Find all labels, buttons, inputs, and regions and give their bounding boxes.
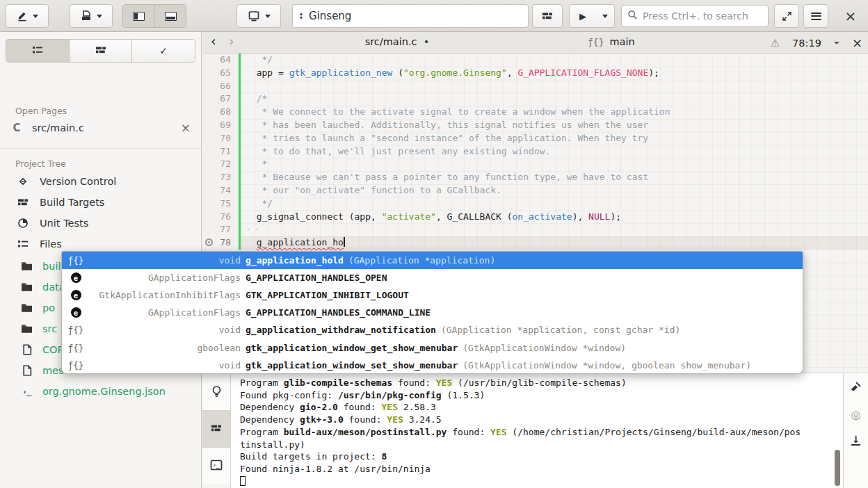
fullscreen-button[interactable] [774, 4, 799, 28]
pencil-icon [17, 10, 28, 22]
bricks-icon [542, 10, 553, 22]
header-bar: ▴▾ Ginseng ▶ × [0, 0, 868, 32]
enum-icon: e [62, 290, 90, 300]
bricks-icon [95, 44, 106, 58]
completion-item[interactable]: ƒ{}gbooleangtk_application_window_get_sh… [62, 339, 803, 356]
symbol-breadcrumb[interactable]: ƒ{} main [588, 36, 635, 47]
toggle-bottom-panel-button[interactable] [154, 5, 186, 27]
function-icon: ƒ{} [62, 255, 90, 266]
completion-popup: ƒ{}voidg_application_hold(GApplication *… [61, 251, 803, 374]
code-line-73[interactable]: 73 * Because we can't pass a pointer to … [202, 171, 868, 184]
export-icon [81, 10, 92, 22]
project-tree: Version ControlBuild TargetsUnit TestsFi… [0, 171, 202, 254]
bricks-icon [211, 423, 222, 436]
diagnostics-tab-button[interactable] [202, 374, 230, 411]
chevron-down-icon[interactable] [834, 42, 839, 44]
doc-icon [21, 344, 33, 355]
completion-item[interactable]: ƒ{}voidgtk_application_window_set_show_m… [62, 357, 803, 374]
open-pages-label: Open Pages [15, 106, 67, 116]
function-icon: ƒ{} [588, 37, 604, 47]
folder-icon [21, 282, 33, 292]
symbol-name: main [609, 36, 634, 47]
device-button[interactable] [236, 4, 281, 28]
run-options-button[interactable] [596, 4, 615, 28]
panel-left-icon [133, 12, 145, 21]
output-line: Found pkg-config: /usr/bin/pkg-config (1… [240, 389, 835, 402]
code-line-76[interactable]: 76 g_signal_connect (app, "activate", G_… [202, 211, 868, 224]
completion-item[interactable]: ƒ{}voidg_application_hold(GApplication *… [62, 252, 803, 269]
search-input[interactable] [643, 10, 764, 22]
bottom-panel: ›_ Program glib-compile-schemas found: Y… [202, 373, 868, 488]
code-line-68[interactable]: 68 * We connect to the activate signal t… [202, 106, 868, 119]
search-icon [627, 10, 638, 22]
code-line-72[interactable]: 72 * [202, 158, 868, 171]
window-close-button[interactable]: × [838, 4, 863, 28]
open-page-row[interactable]: C src/main.c × [0, 117, 202, 139]
terminal-cursor [240, 476, 246, 486]
svg-text:›_: ›_ [213, 462, 220, 469]
clear-broom-icon[interactable] [850, 381, 862, 395]
output-line: Build targets in project: 8 [240, 450, 835, 463]
checkmark-icon: ✓ [159, 45, 168, 56]
build-button[interactable] [532, 4, 563, 28]
completion-item[interactable]: eGApplicationFlagsG_APPLICATION_HANDLES_… [62, 304, 803, 321]
enum-icon: e [62, 273, 90, 283]
build-output[interactable]: Program glib-compile-schemas found: YES … [240, 377, 835, 487]
code-line-69[interactable]: 69 * has been lauched. Additionally, thi… [202, 119, 868, 132]
terminal-icon: ›_ [210, 459, 223, 473]
bricks-icon [17, 197, 29, 208]
panel-bottom-icon [165, 12, 177, 21]
chevron-down-icon [265, 15, 271, 18]
folder-icon [21, 261, 33, 271]
omnibar[interactable]: ▴▾ Ginseng [292, 4, 529, 28]
edit-mode-button[interactable] [6, 4, 49, 28]
completion-item[interactable]: eGApplicationFlagsG_APPLICATION_HANDLES_… [62, 269, 803, 286]
git-icon [17, 176, 29, 187]
code-line-70[interactable]: 70 * tries to launch a "second instance"… [202, 132, 868, 145]
code-line-71[interactable]: 71 * to do that, we'll just present any … [202, 145, 868, 158]
file-title: src/main.c • [202, 36, 592, 47]
code-line-75[interactable]: 75 */ [202, 197, 868, 211]
tab-pages[interactable] [6, 40, 69, 62]
tab-unit-tests[interactable]: ✓ [131, 40, 195, 62]
code-line-78[interactable]: 78 g_application_ho [202, 236, 868, 250]
run-button[interactable]: ▶ [569, 4, 597, 28]
file-item[interactable]: ›_org.gnome.Ginseng.json [0, 381, 202, 402]
export-button[interactable] [70, 4, 113, 28]
enum-icon: e [62, 307, 90, 318]
code-line-65[interactable]: 65 app = gtk_application_new ("org.gnome… [202, 67, 868, 80]
cursor-position: 78:19 [792, 38, 821, 49]
code-line-77[interactable]: 77·· [202, 223, 868, 236]
code-line-67[interactable]: 67 /* [202, 92, 868, 106]
tree-item-unit-tests[interactable]: Unit Tests [0, 213, 202, 234]
chevron-down-icon [602, 15, 608, 18]
close-icon: × [845, 8, 857, 24]
tree-item-build-targets[interactable]: Build Targets [0, 192, 202, 213]
build-output-tab-button[interactable] [202, 411, 230, 448]
folder-icon [21, 303, 33, 313]
toggle-left-panel-button[interactable] [123, 5, 154, 27]
tree-item-version-control[interactable]: Version Control [0, 171, 202, 192]
code-line-64[interactable]: 64 */ [202, 54, 868, 67]
download-icon[interactable]: ↓ [851, 435, 861, 446]
code-line-66[interactable]: 66 [202, 80, 868, 93]
record-icon[interactable]: ◎ [851, 410, 861, 420]
function-icon: ƒ{} [62, 325, 90, 335]
builder-window: ▴▾ Ginseng ▶ × ✓ Open Pages [0, 0, 868, 488]
global-search[interactable] [621, 5, 769, 27]
menu-button[interactable] [803, 4, 828, 28]
close-page-icon[interactable]: × [181, 121, 191, 135]
play-icon: ▶ [579, 11, 586, 22]
completion-item[interactable]: eGtkApplicationInhibitFlagsGTK_APPLICATI… [62, 286, 803, 304]
tab-build-targets[interactable] [69, 40, 132, 62]
warning-icon[interactable]: ⚠ [771, 37, 780, 49]
folder-icon [21, 324, 33, 334]
editor-close-icon[interactable]: × [852, 35, 862, 50]
completion-item[interactable]: ƒ{}voidg_application_withdraw_notificati… [62, 321, 803, 339]
terminal-tab-button[interactable]: ›_ [202, 448, 230, 485]
doc-icon [21, 365, 33, 376]
chevron-down-icon [33, 15, 38, 18]
output-scrollbar[interactable] [835, 450, 840, 486]
code-line-74[interactable]: 74 * our "on_activate" function to a GCa… [202, 184, 868, 197]
display-icon [248, 10, 260, 22]
